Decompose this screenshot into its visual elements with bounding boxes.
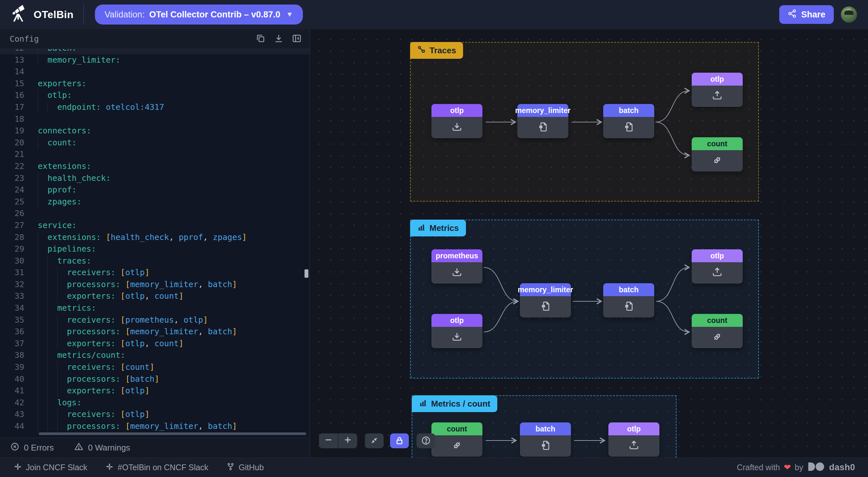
code-token	[116, 339, 120, 348]
line-number: 32	[0, 279, 24, 291]
pipeline-node-receiver-otlp[interactable]: otlp	[431, 314, 483, 348]
code-token: otlp:	[48, 90, 72, 100]
code-token: count	[154, 291, 179, 301]
code-line: 42logs:	[0, 397, 309, 409]
collapse-panel-button[interactable]	[292, 34, 302, 44]
error-circle-icon	[10, 442, 20, 453]
code-token: processors:	[67, 374, 120, 384]
code-line: 29pipelines:	[0, 243, 309, 255]
code-token: ,	[198, 421, 203, 431]
indent-guide	[38, 326, 48, 338]
pipeline-node-connector-count[interactable]: count	[431, 422, 483, 457]
group-label-text: Metrics / count	[431, 399, 490, 409]
code-line: 14	[0, 66, 309, 78]
warnings-status: 0 Warnings	[74, 442, 130, 453]
github-icon	[226, 463, 235, 473]
code-token	[116, 386, 120, 395]
pipeline-node-processor-memory_limiter[interactable]: memory_limiter	[517, 104, 568, 138]
line-content: connectors:	[38, 125, 91, 137]
code-token: memory_limiter:	[48, 55, 120, 65]
node-label: count	[692, 137, 743, 150]
zoom-out-button[interactable]	[319, 434, 338, 448]
line-number: 18	[0, 113, 24, 125]
line-content: pprof:	[38, 184, 76, 196]
line-number: 39	[0, 361, 24, 373]
line-content: metrics/count:	[38, 350, 125, 361]
indent-guide	[38, 243, 48, 255]
code-token	[203, 327, 208, 336]
node-label: count	[431, 422, 483, 435]
indent-guide	[38, 350, 48, 361]
pipeline-node-processor-batch[interactable]: batch	[603, 104, 654, 138]
code-token: batch	[208, 280, 232, 289]
pipeline-node-connector-count[interactable]: count	[692, 314, 743, 348]
node-body	[692, 262, 743, 284]
line-number: 40	[0, 373, 24, 385]
line-content: extensions: [health_check, pprof, zpages…	[38, 232, 247, 243]
pipeline-node-exporter-otlp[interactable]: otlp	[692, 249, 743, 284]
otelbin-on-cncf-slack-link[interactable]: #OTelBin on CNCF Slack	[103, 462, 210, 473]
code-line: 28extensions: [health_check, pprof, zpag…	[0, 232, 309, 243]
indent-guide	[38, 373, 48, 385]
line-number: 35	[0, 314, 24, 326]
code-line: 20count:	[0, 137, 309, 149]
indent-guide	[48, 314, 57, 326]
indent-guide	[38, 267, 48, 279]
yaml-editor[interactable]: 12batch:13memory_limiter:1415exporters:1…	[0, 49, 309, 438]
bar-chart-icon	[417, 223, 426, 234]
code-token: memory_limiter	[130, 327, 198, 336]
indent-guide	[57, 420, 67, 433]
pipeline-node-processor-batch[interactable]: batch	[603, 283, 654, 318]
code-line: 17endpoint: otelcol:4317	[0, 101, 309, 113]
fit-view-button[interactable]	[365, 434, 383, 448]
copy-button[interactable]	[256, 34, 266, 44]
pipeline-node-processor-batch[interactable]: batch	[520, 422, 571, 457]
code-token: [	[125, 421, 130, 431]
code-token	[120, 421, 125, 431]
code-token: receivers:	[67, 315, 116, 325]
pipeline-canvas[interactable]: TracesMetricsMetrics / countotlpmemory_l…	[310, 29, 868, 458]
fit-icon	[369, 436, 379, 446]
plus-icon	[343, 435, 352, 447]
github-link[interactable]: GitHub	[224, 462, 266, 473]
indent-guide	[38, 361, 48, 373]
validation-value: OTel Collector Contrib – v0.87.0	[149, 10, 280, 20]
pipeline-node-exporter-otlp[interactable]: otlp	[609, 422, 659, 457]
lock-button[interactable]	[390, 434, 409, 448]
editor-status-bar: 0 Errors 0 Warnings	[0, 438, 309, 458]
line-number: 19	[0, 125, 24, 137]
node-label: memory_limiter	[520, 283, 571, 296]
code-token	[101, 233, 106, 242]
link-label: #OTelBin on CNCF Slack	[118, 463, 208, 472]
otelbin-logo-icon	[11, 5, 28, 24]
zoom-in-button[interactable]	[338, 434, 357, 448]
code-token: [	[125, 280, 130, 289]
pipeline-node-processor-memory_limiter[interactable]: memory_limiter	[520, 283, 571, 318]
line-content: extensions:	[38, 160, 91, 173]
indent-guide	[38, 397, 48, 409]
route-icon	[417, 45, 426, 56]
user-avatar[interactable]	[841, 6, 857, 23]
horizontal-scrollbar[interactable]	[39, 433, 306, 435]
code-line: 23health_check:	[0, 173, 309, 184]
validation-dropdown[interactable]: Validation: OTel Collector Contrib – v0.…	[95, 4, 303, 25]
pipeline-node-exporter-otlp[interactable]: otlp	[692, 73, 743, 107]
process-icon	[539, 300, 551, 313]
code-token: [	[120, 410, 125, 419]
pipeline-node-receiver-otlp[interactable]: otlp	[431, 104, 483, 138]
indent-guide	[48, 279, 57, 291]
pipeline-node-connector-count[interactable]: count	[692, 137, 743, 172]
help-button[interactable]	[416, 434, 435, 448]
config-actions	[256, 34, 309, 44]
code-token: [	[120, 291, 125, 301]
download-config-button[interactable]	[274, 34, 283, 44]
indent-guide	[38, 420, 48, 433]
download-icon	[451, 121, 463, 134]
code-line: 31receivers: [otlp]	[0, 267, 309, 279]
node-body	[692, 150, 743, 172]
vertical-scrollbar[interactable]	[305, 269, 308, 278]
code-token	[203, 421, 208, 431]
share-button[interactable]: Share	[779, 5, 834, 24]
pipeline-node-receiver-prometheus[interactable]: prometheus	[431, 249, 483, 284]
join-cncf-slack-link[interactable]: Join CNCF Slack	[11, 462, 89, 473]
